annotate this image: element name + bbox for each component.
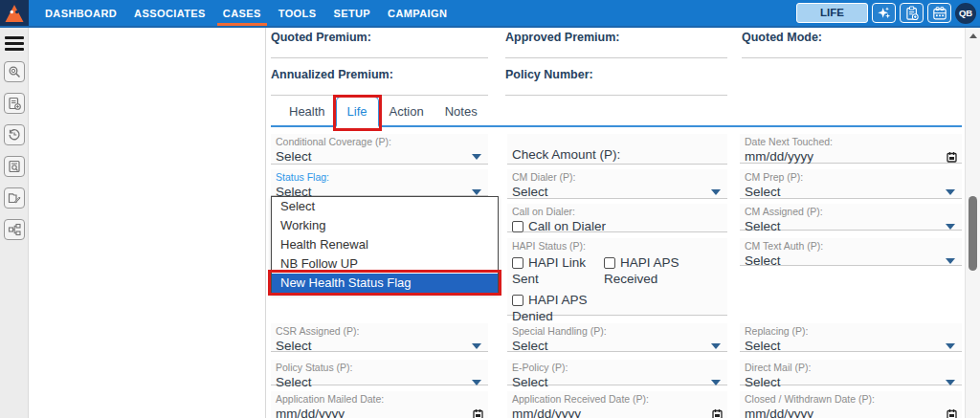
qb-avatar-badge[interactable]: QB — [955, 3, 976, 24]
field-check-amount[interactable]: Check Amount (P): — [507, 134, 727, 165]
checkbox[interactable] — [512, 221, 523, 232]
chevron-down-icon[interactable] — [711, 189, 721, 195]
chevron-down-icon[interactable] — [711, 380, 721, 385]
hapi-link-sent-option[interactable]: HAPI Link Sent — [512, 254, 596, 287]
field-label: Policy Status (P): — [276, 362, 483, 374]
calendar-picker-icon[interactable] — [947, 408, 957, 418]
chevron-down-icon[interactable] — [472, 154, 481, 160]
dropdown-option-working[interactable]: Working — [272, 216, 498, 235]
search-document-button[interactable] — [4, 156, 25, 177]
checkbox[interactable] — [512, 295, 523, 306]
hapi-aps-denied-option[interactable]: HAPI APS Denied — [512, 292, 596, 324]
field-label: Date Next Touched: — [745, 136, 957, 148]
scrollbar-thumb[interactable] — [969, 196, 977, 271]
field-policy-number[interactable]: Policy Number: — [505, 66, 727, 96]
tab-health[interactable]: Health — [278, 98, 336, 125]
field-e-policy[interactable]: E-Policy (P): Select — [507, 360, 727, 385]
calendar-icon — [932, 6, 947, 21]
dropdown-option-new-health-status-flag[interactable]: New Health Status Flag — [272, 274, 498, 293]
field-cm-dialer[interactable]: CM Dialer (P): Select — [507, 169, 727, 199]
calendar-button[interactable] — [927, 3, 951, 23]
hamburger-menu-icon[interactable] — [5, 36, 24, 51]
search-tool-button[interactable] — [4, 61, 25, 82]
chevron-down-icon[interactable] — [946, 258, 955, 264]
panel-left-edge — [265, 28, 266, 418]
dropdown-option-health-renewal[interactable]: Health Renewal — [272, 235, 498, 254]
chevron-down-icon[interactable] — [946, 224, 955, 230]
chevron-down-icon[interactable] — [711, 343, 721, 349]
hapi-aps-received-option[interactable]: HAPI APS Received — [604, 254, 711, 287]
nav-item-setup[interactable]: SETUP — [324, 0, 379, 26]
checkbox[interactable] — [512, 257, 523, 269]
chevron-down-icon[interactable] — [946, 380, 955, 385]
field-date-next-touched[interactable]: Date Next Touched: mm/dd/yyyy — [740, 134, 962, 164]
app-logo[interactable] — [0, 0, 29, 26]
field-direct-mail[interactable]: Direct Mail (P): Select — [740, 360, 962, 385]
field-closed-withdrawn-date[interactable]: Closed / Withdrawn Date (P): mm/dd/yyyy — [740, 391, 962, 418]
tab-notes[interactable]: Notes — [434, 98, 488, 125]
folder-edit-icon — [8, 191, 21, 205]
sparkles-icon — [877, 6, 892, 21]
field-application-received-date[interactable]: Application Received Date (P): mm/dd/yyy… — [507, 391, 727, 418]
field-approved-premium[interactable]: Approved Premium: — [505, 29, 727, 58]
field-replacing[interactable]: Replacing (P): Select — [740, 323, 962, 352]
workflow-button[interactable] — [4, 219, 25, 240]
nav-right-tools: LIFE — [796, 0, 980, 26]
select-value: Select — [276, 339, 312, 354]
field-quoted-premium[interactable]: Quoted Premium: — [271, 29, 488, 58]
nav-item-associates[interactable]: ASSOCIATES — [125, 0, 214, 26]
field-label: E-Policy (P): — [512, 362, 723, 374]
field-policy-status[interactable]: Policy Status (P): Select — [271, 360, 488, 385]
status-flag-dropdown: Select Working Health Renewal NB Follow … — [271, 196, 499, 294]
file-edit-button[interactable] — [4, 187, 25, 209]
chevron-down-icon[interactable] — [946, 189, 955, 195]
chevron-down-icon[interactable] — [946, 343, 955, 349]
tab-action[interactable]: Action — [379, 98, 434, 125]
nav-item-tools[interactable]: TOOLS — [270, 0, 325, 26]
select-value: Select — [745, 185, 781, 200]
chevron-down-icon[interactable] — [472, 380, 481, 385]
checkbox[interactable] — [604, 257, 615, 269]
field-label: Policy Number: — [505, 68, 727, 81]
dropdown-option-select[interactable]: Select — [272, 197, 498, 216]
calendar-picker-icon[interactable] — [473, 408, 483, 418]
select-value: Select — [745, 375, 781, 390]
life-button[interactable]: LIFE — [796, 3, 868, 23]
field-quoted-mode[interactable]: Quoted Mode: — [742, 29, 962, 58]
field-csr-assigned[interactable]: CSR Assigned (P): Select — [271, 323, 488, 352]
field-cm-prep[interactable]: CM Prep (P): Select — [740, 169, 962, 199]
vertical-scrollbar[interactable] — [965, 28, 980, 418]
field-cm-text-auth[interactable]: CM Text Auth (P): Select — [740, 238, 962, 266]
sparkles-button[interactable] — [872, 3, 896, 23]
tab-life[interactable]: Life — [336, 97, 379, 127]
field-label: Direct Mail (P): — [745, 362, 957, 374]
add-document-button[interactable] — [4, 93, 25, 114]
dropdown-option-nb-follow-up[interactable]: NB Follow UP — [272, 254, 498, 274]
field-label: Quoted Mode: — [742, 31, 962, 44]
date-value: mm/dd/yyyy — [512, 407, 581, 418]
field-label: Call on Dialer: — [512, 206, 723, 218]
chevron-down-icon[interactable] — [472, 189, 481, 195]
field-annualized-premium[interactable]: Annualized Premium: — [271, 66, 488, 96]
nav-item-dashboard[interactable]: DASHBOARD — [36, 0, 125, 26]
nav-item-campaign[interactable]: CAMPAIGN — [379, 0, 456, 26]
field-status-flag[interactable]: Status Flag: Select — [271, 169, 488, 196]
calendar-picker-icon[interactable] — [947, 151, 957, 163]
field-special-handling[interactable]: Special Handling (P): Select — [507, 323, 727, 352]
field-label: HAPI Status (P): — [512, 240, 723, 253]
chevron-down-icon[interactable] — [472, 343, 481, 349]
field-label: Application Received Date (P): — [512, 393, 723, 406]
field-conditional-coverage[interactable]: Conditional Coverage (P): Select — [271, 134, 488, 165]
call-on-dialer-option[interactable]: Call on Dialer — [512, 218, 723, 234]
field-hapi-status[interactable]: HAPI Status (P): HAPI Link Sent HAPI APS… — [507, 238, 727, 316]
new-note-button[interactable] — [900, 3, 924, 23]
field-application-mailed-date[interactable]: Application Mailed Date: mm/dd/yyyy — [271, 391, 488, 418]
select-value: Select — [745, 219, 781, 234]
field-call-on-dialer[interactable]: Call on Dialer: Call on Dialer — [507, 204, 727, 232]
nav-item-cases[interactable]: CASES — [214, 0, 270, 26]
field-cm-assigned[interactable]: CM Assigned (P): Select — [740, 204, 962, 231]
calendar-picker-icon[interactable] — [712, 408, 723, 418]
history-button[interactable] — [4, 124, 25, 145]
scroll-up-arrow-icon[interactable] — [969, 33, 977, 38]
select-value: Select — [745, 339, 781, 354]
